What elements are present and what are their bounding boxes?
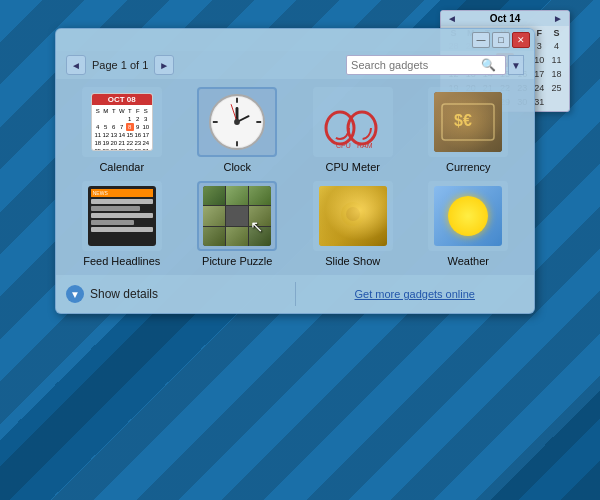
clock-gadget-icon <box>197 87 277 157</box>
calendar-gadget-label: Calendar <box>99 161 144 173</box>
calendar-gadget-icon: OCT 08 SMTWTFS 123 45678910 111213141516… <box>82 87 162 157</box>
footer: ▼ Show details Get more gadgets online <box>56 275 534 313</box>
page-navigation: ◄ Page 1 of 1 ► <box>66 55 174 75</box>
page-prev-button[interactable]: ◄ <box>66 55 86 75</box>
gadget-item-slide-show[interactable]: Slide Show <box>299 181 407 267</box>
title-bar: — □ ✕ <box>56 29 534 51</box>
toolbar: ◄ Page 1 of 1 ► 🔍 ▼ <box>56 51 534 79</box>
search-icon[interactable]: 🔍 <box>481 58 496 72</box>
cpu-svg: CPU RAM <box>322 93 384 151</box>
svg-text:CPU: CPU <box>336 142 351 149</box>
search-area: 🔍 ▼ <box>346 55 524 75</box>
clock-gadget-label: Clock <box>223 161 251 173</box>
page-next-button[interactable]: ► <box>154 55 174 75</box>
gadget-item-currency[interactable]: $€ Currency <box>415 87 523 173</box>
weather-gadget-label: Weather <box>448 255 489 267</box>
feed-gadget-label: Feed Headlines <box>83 255 160 267</box>
search-input[interactable] <box>351 59 481 71</box>
show-details-icon: ▼ <box>66 285 84 303</box>
svg-rect-16 <box>434 92 502 152</box>
svg-point-11 <box>331 117 349 139</box>
puzzle-gadget-icon: ↖ <box>197 181 277 251</box>
svg-text:$€: $€ <box>454 112 472 129</box>
weather-gadget-icon <box>428 181 508 251</box>
gadget-item-calendar[interactable]: OCT 08 SMTWTFS 123 45678910 111213141516… <box>68 87 176 173</box>
gadget-item-picture-puzzle[interactable]: ↖ Picture Puzzle <box>184 181 292 267</box>
feed-gadget-icon: NEWS <box>82 181 162 251</box>
clock-svg <box>208 93 266 151</box>
cpu-gadget-label: CPU Meter <box>326 161 380 173</box>
sun-icon <box>448 196 488 236</box>
page-indicator: Page 1 of 1 <box>92 59 148 71</box>
search-dropdown-button[interactable]: ▼ <box>508 55 524 75</box>
show-details-button[interactable]: ▼ Show details <box>56 285 295 303</box>
svg-rect-17 <box>442 104 494 140</box>
calendar-header: ◄ Oct 14 ► <box>441 11 569 26</box>
gadget-item-clock[interactable]: Clock <box>184 87 292 173</box>
cal-prev-button[interactable]: ◄ <box>445 13 459 24</box>
svg-point-9 <box>234 119 240 125</box>
calendar-month-label: Oct 14 <box>490 13 521 24</box>
currency-gadget-label: Currency <box>446 161 491 173</box>
get-more-gadgets-label: Get more gadgets online <box>355 288 475 300</box>
slideshow-gadget-label: Slide Show <box>325 255 380 267</box>
svg-text:RAM: RAM <box>357 142 373 149</box>
cal-next-button[interactable]: ► <box>551 13 565 24</box>
puzzle-gadget-label: Picture Puzzle <box>202 255 272 267</box>
gadget-item-feed-headlines[interactable]: NEWS Feed Headlines <box>68 181 176 267</box>
search-box: 🔍 <box>346 55 506 75</box>
svg-point-21 <box>346 207 360 221</box>
svg-point-20 <box>341 202 365 226</box>
svg-rect-19 <box>319 186 387 246</box>
currency-gadget-icon: $€ <box>428 87 508 157</box>
get-more-gadgets-link[interactable]: Get more gadgets online <box>296 288 534 300</box>
slideshow-gadget-icon <box>313 181 393 251</box>
minimize-button[interactable]: — <box>472 32 490 48</box>
svg-point-13 <box>353 117 371 139</box>
show-details-label: Show details <box>90 287 158 301</box>
gadget-window: — □ ✕ ◄ Page 1 of 1 ► 🔍 ▼ OCT 08 SMT <box>55 28 535 314</box>
close-button[interactable]: ✕ <box>512 32 530 48</box>
cpu-gadget-icon: CPU RAM <box>313 87 393 157</box>
gadget-grid: OCT 08 SMTWTFS 123 45678910 111213141516… <box>56 79 534 275</box>
restore-button[interactable]: □ <box>492 32 510 48</box>
gadget-item-cpu-meter[interactable]: CPU RAM CPU Meter <box>299 87 407 173</box>
gadget-item-weather[interactable]: Weather <box>415 181 523 267</box>
